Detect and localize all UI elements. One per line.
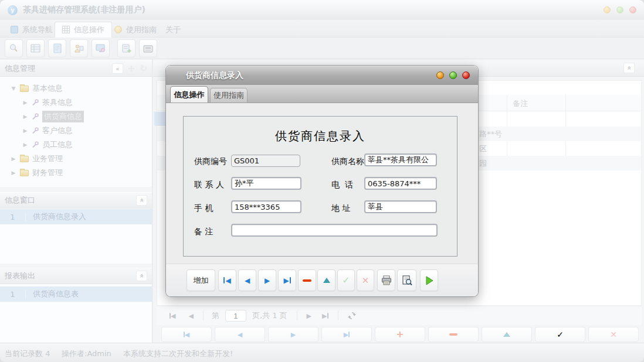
- refresh-icon[interactable]: ↻: [140, 63, 147, 74]
- remark-field[interactable]: [231, 224, 438, 237]
- form-add-button[interactable]: [117, 39, 135, 57]
- document-button[interactable]: [48, 39, 66, 57]
- print-preview-button[interactable]: [397, 269, 416, 291]
- label-contact: 联 系 人: [194, 177, 224, 192]
- dialog-tab-info-operation[interactable]: 信息操作: [170, 86, 208, 103]
- table-view-button[interactable]: [26, 39, 45, 57]
- edit-icon: [503, 332, 510, 337]
- collapse-left-icon[interactable]: «: [112, 63, 123, 74]
- search-button[interactable]: [5, 39, 23, 57]
- title-bar: y 茶具进销存管理系统(非注册用户): [0, 0, 644, 20]
- tree-label: 基本信息: [32, 83, 63, 94]
- cancel-button[interactable]: ✕: [588, 327, 639, 342]
- close-orb-icon[interactable]: [629, 6, 636, 13]
- tab-system-nav[interactable]: 系统导航: [4, 22, 60, 37]
- prev-record-button[interactable]: ◀: [215, 327, 265, 342]
- expand-down-icon[interactable]: ▼: [9, 86, 18, 91]
- user-info-button[interactable]: [70, 39, 88, 57]
- dialog-tab-user-guide[interactable]: 使用指南: [210, 88, 248, 103]
- first-record-button[interactable]: ◀: [218, 269, 236, 291]
- expand-right-icon[interactable]: ▶: [9, 156, 18, 162]
- mobile-field[interactable]: [231, 200, 301, 213]
- collapse-up-icon[interactable]: «: [623, 63, 635, 73]
- panel-header-info-manage: 信息管理 « + ↻: [0, 60, 152, 77]
- contact-field[interactable]: [231, 177, 301, 190]
- last-icon: [290, 277, 291, 284]
- grid-col-remark: 备注: [513, 98, 528, 109]
- tree-item-business-manage[interactable]: ▶ 业务管理: [0, 152, 152, 166]
- tab-label: 关于: [165, 25, 181, 35]
- prev-record-button[interactable]: ◀: [238, 269, 256, 291]
- expand-right-icon[interactable]: ▶: [21, 100, 29, 105]
- icon-toolbar: [0, 37, 644, 59]
- expand-right-icon[interactable]: ▶: [9, 170, 18, 176]
- dialog-toolbar: 增加 ◀ ◀ ▶ ▶ ✓ ✕: [166, 264, 478, 296]
- tree-item-supplier-info[interactable]: ▶ 供货商信息: [0, 110, 152, 124]
- phone-field[interactable]: [364, 177, 437, 190]
- help-circle-icon: [114, 26, 122, 33]
- expand-right-icon[interactable]: ▶: [21, 142, 29, 148]
- confirm-button[interactable]: ✓: [535, 327, 585, 342]
- add-button[interactable]: 增加: [187, 269, 215, 291]
- address-field[interactable]: [364, 200, 437, 213]
- plus-icon[interactable]: +: [128, 63, 135, 74]
- folder-icon: [20, 86, 29, 92]
- first-icon: [223, 277, 225, 284]
- maximize-orb-icon[interactable]: [616, 6, 623, 13]
- next-record-button[interactable]: ▶: [258, 269, 276, 291]
- tab-label: 信息操作: [74, 25, 104, 35]
- next-page-button[interactable]: ▶: [307, 312, 311, 320]
- tree-item-employee-info[interactable]: ▶ 员工信息: [0, 138, 152, 152]
- supplier-name-field[interactable]: [364, 153, 437, 166]
- cancel-button[interactable]: ✕: [357, 269, 374, 291]
- monitor-button[interactable]: [91, 39, 110, 57]
- tab-info-operation[interactable]: 信息操作: [55, 22, 112, 37]
- first-page-button[interactable]: ◀: [170, 312, 175, 320]
- next-record-button[interactable]: ▶: [268, 327, 318, 342]
- remove-record-button[interactable]: [428, 327, 479, 342]
- print-icon: [381, 275, 392, 285]
- status-message: 本系统支持二次开发和全新开发!: [123, 349, 233, 359]
- app-square-icon: [11, 26, 18, 33]
- list-item-supplier-entry[interactable]: 1 供货商信息录入: [0, 209, 152, 224]
- page-label-suffix: 页,共 1 页: [252, 310, 287, 321]
- first-record-button[interactable]: ◀: [161, 327, 212, 342]
- run-button[interactable]: [420, 269, 438, 291]
- collapse-up-icon[interactable]: «: [136, 195, 147, 206]
- tab-about[interactable]: 关于: [158, 22, 188, 37]
- drawer-button[interactable]: [139, 39, 157, 57]
- add-label: 增加: [194, 275, 209, 286]
- panel-title: 报表输出: [5, 271, 35, 281]
- minimize-orb-icon[interactable]: [604, 6, 611, 13]
- list-item-supplier-report[interactable]: 1 供货商信息表: [0, 286, 152, 302]
- add-record-button[interactable]: +: [375, 327, 425, 342]
- tab-user-guide[interactable]: 使用指南: [107, 22, 164, 37]
- application-window: y 茶具进销存管理系统(非注册用户) 系统导航 信息操作 使用指南 关于: [0, 0, 644, 362]
- delete-record-button[interactable]: [298, 269, 316, 291]
- minimize-orb-icon[interactable]: [436, 71, 444, 79]
- expand-right-icon[interactable]: ▶: [21, 114, 29, 119]
- dialog-title-bar[interactable]: 供货商信息录入: [166, 66, 478, 85]
- refresh-icon[interactable]: [348, 312, 356, 320]
- page-number-input[interactable]: [225, 310, 246, 322]
- selected-row-highlight[interactable]: [154, 112, 166, 126]
- last-record-button[interactable]: ▶: [321, 327, 372, 342]
- last-page-button[interactable]: ▶: [322, 312, 328, 320]
- expand-right-icon[interactable]: ▶: [21, 128, 29, 134]
- label-mobile: 手 机: [194, 201, 213, 215]
- prev-page-button[interactable]: ◀: [188, 312, 193, 320]
- tree-item-customer-info[interactable]: ▶ 客户信息: [0, 124, 152, 138]
- save-button[interactable]: ✓: [337, 269, 355, 291]
- tree-item-finance-manage[interactable]: ▶ 财务管理: [0, 166, 152, 180]
- edit-record-button[interactable]: [482, 327, 532, 342]
- tree-item-tea-info[interactable]: ▶ 茶具信息: [0, 95, 152, 110]
- maximize-orb-icon[interactable]: [449, 71, 457, 79]
- close-orb-icon[interactable]: [462, 71, 470, 79]
- tree-item-basic-info[interactable]: ▼ 基本信息: [0, 81, 152, 95]
- last-record-button[interactable]: ▶: [278, 269, 296, 291]
- print-button[interactable]: [377, 269, 395, 291]
- supplier-code-field[interactable]: [231, 155, 300, 167]
- edit-record-button[interactable]: [317, 269, 335, 291]
- collapse-up-icon[interactable]: «: [136, 271, 147, 281]
- record-nav-toolbar: ◀ ◀ ▶ ▶ + ✓ ✕: [161, 327, 639, 342]
